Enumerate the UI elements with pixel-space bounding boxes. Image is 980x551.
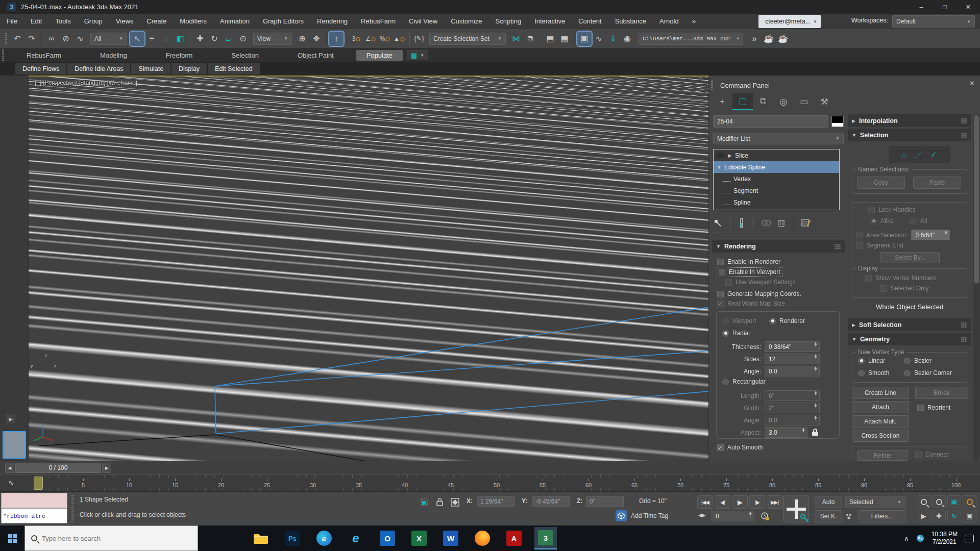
menu-file[interactable]: File (0, 14, 24, 29)
next-frame-button[interactable]: |▶ (749, 495, 765, 509)
zoom-icon[interactable] (917, 495, 930, 508)
previous-frame-button[interactable]: ◀| (715, 495, 730, 509)
ribbon-tab-modeling[interactable]: Modeling (81, 50, 146, 61)
adobe-taskbar-icon[interactable]: A (503, 527, 525, 549)
play-button[interactable]: ▶ (732, 495, 748, 509)
z-coordinate-field[interactable]: 0" (586, 496, 624, 507)
y-coordinate-field[interactable]: -0 45/64" (532, 496, 570, 507)
bind-to-space-warp-icon[interactable]: ∿ (73, 32, 87, 46)
panel-grip[interactable] (711, 81, 713, 90)
use-pivot-center-icon[interactable]: ⊕ (295, 32, 309, 46)
stack-item-slice[interactable]: ▶ Slice (714, 149, 839, 161)
length-spinner[interactable]: 6"▲▼ (765, 390, 820, 401)
attach-button[interactable]: Attach (852, 401, 909, 413)
excel-taskbar-icon[interactable]: X (408, 527, 430, 549)
mirror-icon[interactable]: ⋈ (509, 32, 523, 46)
segment-end-checkbox[interactable]: Segment End (856, 242, 903, 249)
ribbon-grip[interactable] (2, 49, 4, 62)
paste-button[interactable]: Paste (913, 177, 961, 189)
define-idle-areas-button[interactable]: Define Idle Areas (67, 63, 130, 74)
key-mode-select[interactable]: Selected▼ (845, 496, 905, 508)
scene-explorer-icon[interactable]: ▦ (557, 32, 572, 46)
menu-interactive[interactable]: Interactive (528, 14, 572, 29)
curve-editor-icon[interactable]: ∿ (592, 32, 606, 46)
spinner-snap-icon[interactable]: ▲Ω (392, 32, 406, 46)
absolute-offset-mode-icon[interactable] (448, 496, 461, 508)
stack-item-vertex[interactable]: Vertex (714, 173, 839, 185)
rectangular-radio[interactable]: Rectangular (722, 378, 766, 385)
select-and-place-icon[interactable]: ⊙ (236, 32, 250, 46)
project-folder-select[interactable]: C:\Users\met...3ds Max 202 ▼ (639, 33, 743, 45)
photoshop-taskbar-icon[interactable]: Ps (281, 527, 304, 549)
signin-user-menu[interactable]: cteeter@meta... ▼ (758, 15, 821, 28)
ribbon-tab-rebusfarm[interactable]: RebusFarm (7, 50, 81, 61)
remove-modifier-icon[interactable] (777, 218, 786, 228)
simulate-button[interactable]: Simulate (131, 63, 170, 74)
add-time-tag[interactable]: Add Time Tag (631, 512, 668, 519)
select-and-scale-icon[interactable]: ▱ (222, 32, 236, 46)
close-icon[interactable]: ✕ (969, 80, 975, 87)
rollout-rendering[interactable]: ▼ Rendering (712, 240, 845, 253)
isolate-selection-icon[interactable] (418, 496, 431, 508)
track-prev-button[interactable]: ◀ (5, 463, 14, 473)
use-viewport-settings-checkbox[interactable]: Use Viewport Settings (725, 279, 796, 286)
menu-edit[interactable]: Edit (24, 14, 48, 29)
pan-icon[interactable]: ✚ (932, 510, 946, 522)
angle-spinner[interactable]: 0.0▲▼ (765, 366, 820, 377)
rollout-soft-selection[interactable]: ▶ Soft Selection (848, 318, 971, 331)
zoom-all-icon[interactable] (932, 495, 946, 508)
word-taskbar-icon[interactable]: W (439, 527, 462, 549)
key-step-icon[interactable]: ◀▶ (698, 512, 705, 518)
enable-in-renderer-checkbox[interactable]: Enable In Renderer (717, 258, 780, 265)
redo-icon[interactable]: ↷ (24, 32, 39, 46)
auto-smooth-checkbox[interactable]: ✓Auto Smooth (717, 444, 763, 451)
mini-curve-editor-icon[interactable]: ∿ (8, 479, 14, 487)
menu-rebusfarm[interactable]: RebusFarm (354, 14, 402, 29)
maxscript-editor-icon[interactable]: {✎} (412, 32, 426, 46)
selected-only-checkbox[interactable]: Selected Only (880, 285, 929, 292)
ribbon-tab-freeform[interactable]: Freeform (146, 50, 212, 61)
menu-arnold[interactable]: Arnold (653, 14, 685, 29)
alike-radio[interactable]: Alike (870, 217, 894, 224)
edge-taskbar-icon[interactable]: e (313, 527, 335, 549)
select-and-move-icon[interactable]: ✚ (193, 32, 207, 46)
viewport-radio[interactable]: Viewport (722, 317, 756, 324)
internet-explorer-taskbar-icon[interactable]: e (345, 527, 367, 549)
snaps-toggle-icon[interactable]: 3Ω (349, 32, 363, 46)
tray-app-icon[interactable] (916, 534, 924, 542)
refine-button[interactable]: Refine (857, 450, 908, 461)
tray-chevron-up-icon[interactable]: ∧ (904, 535, 909, 542)
vertex-subobject-icon[interactable]: ∴ (901, 150, 906, 159)
aspect-lock-icon[interactable] (811, 428, 819, 437)
taskbar-search[interactable] (24, 525, 198, 551)
copy-button[interactable]: Copy (857, 177, 905, 189)
zoom-region-icon[interactable] (963, 495, 976, 508)
go-to-end-button[interactable]: ▶▶| (767, 495, 782, 509)
search-input[interactable] (42, 535, 175, 542)
linear-radio[interactable]: Linear (858, 357, 885, 364)
smooth-radio[interactable]: Smooth (858, 369, 889, 377)
command-panel-header[interactable]: Command Panel (711, 80, 978, 91)
connect-checkbox[interactable]: Connect (915, 451, 948, 458)
panel-scrollbar[interactable] (973, 114, 979, 461)
menu-animation[interactable]: Animation (213, 14, 256, 29)
ribbon-tab-populate-active[interactable]: Populate (356, 50, 403, 61)
set-key-button[interactable]: Set K. (815, 510, 842, 522)
angle2-spinner[interactable]: 0.0▲▼ (765, 415, 820, 425)
area-selection-spinner[interactable]: 0 6/64"▲▼ (911, 230, 950, 240)
segment-subobject-icon[interactable]: ⋰ (915, 150, 922, 159)
taskbar-clock[interactable]: 10:38 PM 7/2/2021 (932, 531, 958, 546)
select-and-link-icon[interactable]: ∞ (44, 32, 59, 46)
tab-motion[interactable]: ◎ (773, 93, 794, 110)
menu-graph-editors[interactable]: Graph Editors (256, 14, 310, 29)
viewport-layout-thumbnail[interactable] (3, 431, 26, 459)
undo-icon[interactable]: ↶ (10, 32, 24, 46)
configure-modifier-sets-icon[interactable] (801, 218, 812, 228)
menu-substance[interactable]: Substance (608, 14, 653, 29)
select-object-icon[interactable]: ↖ (130, 32, 144, 46)
break-button[interactable]: Break (915, 387, 968, 399)
tab-modify[interactable]: ▢ (732, 93, 753, 110)
collapse-icon[interactable]: ▼ (717, 165, 722, 170)
layer-manager-icon[interactable]: ▤ (543, 32, 557, 46)
firefox-taskbar-icon[interactable] (471, 527, 494, 549)
